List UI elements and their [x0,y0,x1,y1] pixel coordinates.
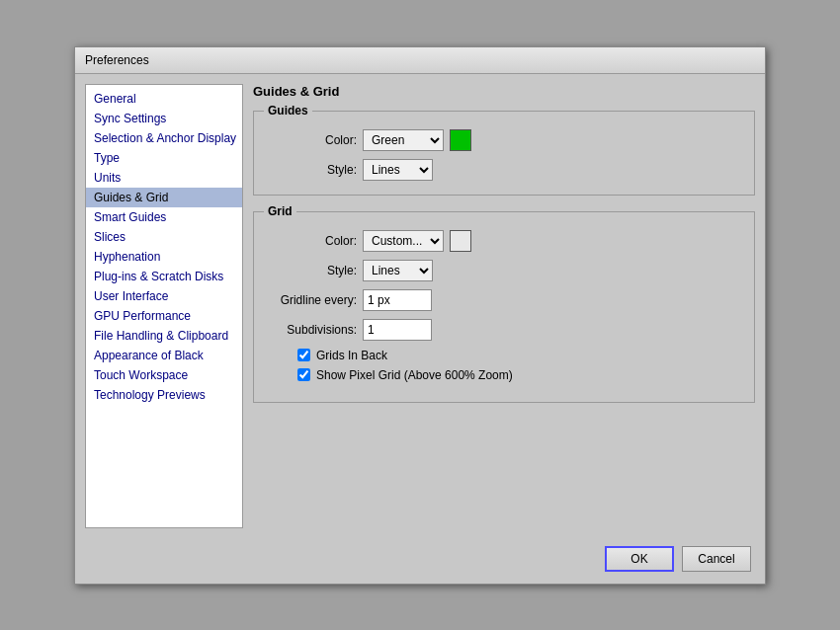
gridline-label: Gridline every: [268,293,357,307]
guides-group: Guides Color: Green Cyan Magenta Yellow … [253,111,755,196]
show-pixel-grid-checkbox[interactable] [297,368,310,381]
subdivisions-input[interactable] [363,319,432,341]
sidebar-item-slices[interactable]: Slices [86,227,242,247]
content-area: Guides & Grid Guides Color: Green Cyan M… [253,84,755,528]
sidebar-item-sync-settings[interactable]: Sync Settings [86,109,242,128]
sidebar-item-plugins-scratch[interactable]: Plug-ins & Scratch Disks [86,267,242,286]
show-pixel-grid-label: Show Pixel Grid (Above 600% Zoom) [316,368,513,382]
cancel-button[interactable]: Cancel [682,546,751,572]
sidebar-item-general[interactable]: General [86,89,242,109]
sidebar-item-units[interactable]: Units [86,168,242,188]
gridline-row: Gridline every: [268,289,740,311]
grid-style-label: Style: [268,264,357,277]
grids-in-back-checkbox[interactable] [297,349,310,361]
guides-color-label: Color: [268,133,357,147]
grid-group: Grid Color: Custom... Green Cyan Magenta… [253,211,755,403]
grids-in-back-row: Grids In Back [297,349,740,362]
sidebar-item-smart-guides[interactable]: Smart Guides [86,207,242,227]
guides-color-row: Color: Green Cyan Magenta Yellow Black W… [268,129,740,151]
section-title: Guides & Grid [253,84,755,99]
dialog-title: Preferences [85,53,149,67]
sidebar-item-file-handling[interactable]: File Handling & Clipboard [86,326,242,346]
sidebar-item-technology-previews[interactable]: Technology Previews [86,385,242,405]
guides-style-label: Style: [268,163,357,177]
dialog-body: General Sync Settings Selection & Anchor… [75,74,765,538]
sidebar-item-touch-workspace[interactable]: Touch Workspace [86,365,242,385]
guides-color-select[interactable]: Green Cyan Magenta Yellow Black White Cu… [363,129,444,151]
sidebar-item-hyphenation[interactable]: Hyphenation [86,247,242,267]
guides-style-select[interactable]: Lines Dashes Dots [363,159,433,181]
grid-group-label: Grid [264,204,296,218]
ok-button[interactable]: OK [605,546,674,572]
guides-style-row: Style: Lines Dashes Dots [268,159,740,181]
sidebar: General Sync Settings Selection & Anchor… [85,84,243,528]
guides-group-label: Guides [264,104,312,118]
dialog-footer: OK Cancel [75,538,765,584]
show-pixel-grid-row: Show Pixel Grid (Above 600% Zoom) [297,368,740,382]
sidebar-item-appearance-black[interactable]: Appearance of Black [86,346,242,365]
sidebar-item-guides-grid[interactable]: Guides & Grid [86,188,242,207]
grid-color-row: Color: Custom... Green Cyan Magenta Yell… [268,230,740,252]
grid-color-select[interactable]: Custom... Green Cyan Magenta Yellow Blac… [363,230,444,252]
grid-color-swatch[interactable] [450,230,471,252]
grid-style-row: Style: Lines Dashes Dots [268,260,740,281]
grid-color-label: Color: [268,234,357,248]
gridline-input[interactable] [363,289,432,311]
preferences-dialog: Preferences General Sync Settings Select… [74,46,766,585]
subdivisions-row: Subdivisions: [268,319,740,341]
subdivisions-label: Subdivisions: [268,323,357,337]
title-bar: Preferences [75,47,765,74]
grid-style-select[interactable]: Lines Dashes Dots [363,260,433,281]
sidebar-item-selection-anchor[interactable]: Selection & Anchor Display [86,128,242,148]
sidebar-item-user-interface[interactable]: User Interface [86,286,242,306]
sidebar-item-type[interactable]: Type [86,148,242,168]
guides-color-swatch[interactable] [450,129,471,151]
grids-in-back-label: Grids In Back [316,349,387,362]
sidebar-item-gpu-performance[interactable]: GPU Performance [86,306,242,326]
